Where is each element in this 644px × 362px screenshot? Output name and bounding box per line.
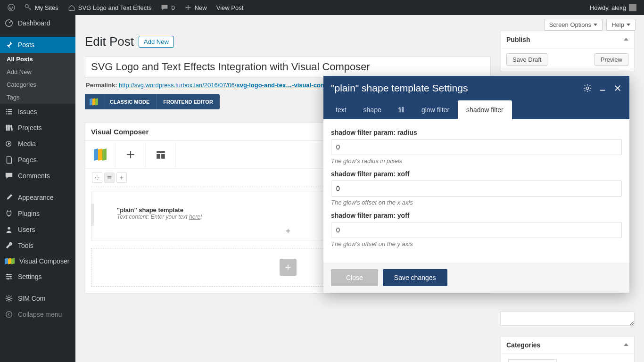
move-icon	[94, 175, 100, 181]
gear-icon[interactable]	[583, 84, 592, 92]
modal-save-button[interactable]: Save changes	[383, 269, 447, 286]
my-sites-link[interactable]: My Sites	[21, 4, 62, 11]
post-title-input[interactable]	[85, 57, 491, 77]
modal-tabs: text shape fill glow filter shadow filte…	[323, 100, 629, 119]
categories-heading[interactable]: Categories	[501, 337, 634, 354]
svg-point-8	[8, 297, 10, 299]
books-icon	[5, 123, 13, 132]
visual-composer-icon	[90, 99, 98, 105]
menu-appearance[interactable]: Appearance	[0, 189, 75, 206]
label-yoff: shadow filter param: yoff	[331, 212, 622, 219]
settings-modal: "plain" shape template Settings text sha…	[323, 76, 629, 293]
wordpress-icon	[8, 4, 15, 11]
page-heading: Edit Post Add New	[85, 31, 491, 57]
input-xoff[interactable]	[331, 181, 622, 197]
visual-composer-icon	[5, 258, 15, 264]
menu-collapse[interactable]: Collapse menu	[0, 306, 75, 322]
menu-issues[interactable]: Issues	[0, 104, 75, 120]
svg-point-6	[10, 276, 12, 278]
vc-toolbar-add[interactable]	[116, 141, 146, 168]
menu-visual-composer[interactable]: Visual Composer	[0, 254, 75, 269]
input-yoff[interactable]	[331, 222, 622, 238]
menu-settings[interactable]: Settings	[0, 269, 75, 285]
menu-tools[interactable]: Tools	[0, 238, 75, 254]
vc-toolbar-logo[interactable]	[85, 141, 116, 168]
screen-options-button[interactable]: Screen Options	[544, 19, 603, 31]
menu-comments[interactable]: Comments	[0, 168, 75, 184]
minimize-icon[interactable]	[598, 84, 607, 92]
chevron-down-icon	[594, 24, 597, 26]
brush-icon	[5, 193, 13, 202]
menu-dashboard[interactable]: Dashboard	[0, 15, 75, 31]
key-icon	[25, 4, 32, 11]
classic-mode-button[interactable]: CLASSIC MODE	[103, 94, 157, 109]
plus-icon	[284, 263, 292, 271]
collapse-icon	[5, 310, 13, 319]
svg-point-5	[7, 274, 8, 276]
menu-plugins[interactable]: Plugins	[0, 206, 75, 222]
submenu-add-new[interactable]: Add New	[0, 66, 75, 78]
submenu-all-posts[interactable]: All Posts	[0, 53, 75, 66]
pin-icon	[5, 41, 13, 49]
modal-close-button[interactable]: Close	[331, 269, 378, 286]
publish-metabox: Publish Save Draft Preview	[500, 31, 635, 71]
tab-shape[interactable]: shape	[355, 100, 390, 119]
howdy-user[interactable]: Howdy, alexg	[586, 4, 640, 11]
menu-pages[interactable]: Pages	[0, 152, 75, 168]
svg-point-4	[8, 227, 10, 230]
permalink-link[interactable]: http://svg.wordpress.turbox.lan/2016/07/…	[119, 82, 344, 89]
vc-logo-button[interactable]	[85, 94, 103, 109]
svg-point-1	[25, 5, 28, 8]
close-icon[interactable]	[613, 84, 622, 92]
plus-icon	[125, 149, 136, 160]
input-radius[interactable]	[331, 139, 622, 155]
wp-logo[interactable]	[4, 4, 19, 11]
tab-fill[interactable]: fill	[390, 100, 413, 119]
preview-button[interactable]: Preview	[594, 53, 628, 66]
media-icon	[5, 140, 13, 148]
svg-point-9	[6, 312, 12, 318]
menu-sim-com[interactable]: SIM Com	[0, 290, 75, 306]
chevron-up-icon	[624, 38, 628, 41]
comment-icon	[5, 172, 13, 180]
tab-most-used[interactable]: Most Used	[557, 359, 596, 362]
chevron-down-icon	[627, 24, 630, 26]
tab-text[interactable]: text	[327, 100, 355, 119]
plus-icon	[184, 4, 192, 11]
comments-link[interactable]: 0	[157, 4, 178, 11]
plus-icon	[119, 175, 124, 181]
user-avatar	[629, 4, 636, 11]
site-title-link[interactable]: SVG Logo and Text Effects	[64, 4, 156, 11]
publish-heading[interactable]: Publish	[501, 31, 634, 49]
vc-toolbar-templates[interactable]	[146, 141, 176, 168]
row-move-button[interactable]	[92, 173, 102, 183]
user-icon	[5, 225, 13, 234]
submenu-tags[interactable]: Tags	[0, 91, 75, 104]
tab-all-categories[interactable]: All Categories	[508, 359, 557, 362]
menu-media[interactable]: Media	[0, 136, 75, 152]
menu-posts[interactable]: Posts	[0, 37, 75, 53]
submenu-categories[interactable]: Categories	[0, 78, 75, 91]
row-columns-button[interactable]	[104, 173, 115, 183]
new-content-link[interactable]: New	[181, 4, 211, 11]
desc-yoff: The glow's offset on the y axis	[331, 240, 622, 247]
svg-point-0	[8, 4, 15, 11]
layout-icon	[156, 149, 166, 160]
tab-glow-filter[interactable]: glow filter	[413, 100, 458, 119]
add-element-button[interactable]	[280, 259, 297, 276]
sliders-icon	[5, 272, 13, 281]
add-new-button[interactable]: Add New	[139, 36, 174, 48]
menu-users[interactable]: Users	[0, 222, 75, 238]
frontend-editor-button[interactable]: FRONTEND EDITOR	[157, 94, 220, 109]
help-button[interactable]: Help	[606, 19, 636, 31]
save-draft-button[interactable]: Save Draft	[506, 53, 547, 66]
posts-submenu: All Posts Add New Categories Tags	[0, 53, 75, 104]
desc-radius: The glow's radius in pixels	[331, 157, 622, 165]
svg-point-10	[586, 87, 588, 89]
tab-shadow-filter[interactable]: shadow filter	[458, 100, 512, 119]
view-post-link[interactable]: View Post	[213, 4, 248, 11]
menu-projects[interactable]: Projects	[0, 120, 75, 136]
chevron-up-icon	[624, 343, 628, 346]
row-add-button[interactable]	[116, 173, 127, 183]
unknown-textarea[interactable]	[500, 312, 635, 326]
